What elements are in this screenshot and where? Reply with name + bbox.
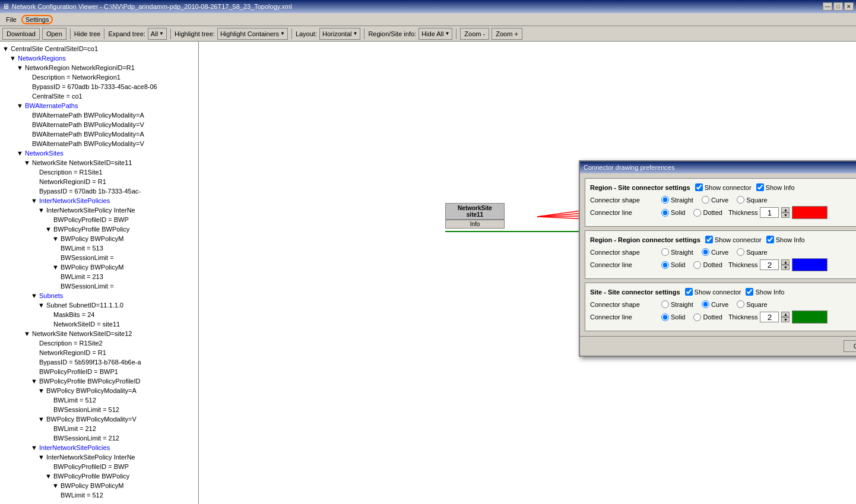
tree-expand-icon[interactable]: ▼	[31, 197, 39, 204]
show-connector-check-1[interactable]	[695, 183, 703, 191]
tree-expand-icon[interactable]: ▼	[17, 64, 25, 71]
tree-node[interactable]: CentralSite = co1	[2, 91, 196, 101]
tree-node[interactable]: BWLimit = 512	[2, 395, 196, 405]
tree-node[interactable]: BWSessionLimit =	[2, 281, 196, 291]
tree-expand-icon[interactable]: ▼	[17, 102, 25, 109]
tree-node[interactable]: BWAlternatePath BWPolicyModality=V	[2, 139, 196, 148]
spin-up-3[interactable]: ▲	[781, 312, 790, 317]
straight-radio-2[interactable]: Straight	[661, 248, 693, 256]
thickness-input-3[interactable]	[760, 312, 779, 322]
tree-node[interactable]: NetworkSiteID = site11	[2, 319, 196, 329]
tree-node[interactable]: BWSessionLimit = 512	[2, 405, 196, 414]
tree-node[interactable]: BWSessionLimit = 212	[2, 433, 196, 443]
tree-node[interactable]: BWAlternatePath BWPolicyModality=A	[2, 129, 196, 139]
curve-radio-3[interactable]: Curve	[702, 300, 728, 308]
tree-node[interactable]: BWAlternatePath BWPolicyModality=V	[2, 120, 196, 129]
show-info-check-3[interactable]	[746, 288, 753, 296]
tree-node[interactable]: BWPolicyProfileID = BWP	[2, 215, 196, 224]
tree-expand-icon[interactable]: ▼	[9, 55, 18, 62]
tree-node[interactable]: BWLimit = 213	[2, 272, 196, 281]
show-info-check-2[interactable]	[766, 236, 774, 243]
show-info-label-1[interactable]: Show Info	[756, 183, 795, 191]
straight-radio-3[interactable]: Straight	[661, 300, 693, 308]
spin-down-1[interactable]: ▼	[781, 213, 790, 218]
tree-node[interactable]: ▼ BWPolicyProfile BWPolicy	[2, 224, 196, 234]
tree-node[interactable]: NetworkRegionID = R1	[2, 348, 196, 357]
tree-node[interactable]: ▼ BWPolicyProfile BWPolicy	[2, 471, 196, 481]
straight-radio-1[interactable]: Straight	[661, 196, 693, 204]
solid-radio-3[interactable]: Solid	[661, 313, 685, 321]
tree-expand-icon[interactable]: ▼	[45, 226, 53, 233]
tree-node[interactable]: BypassID = 670adb 1b-7333-45ac-ace8-06	[2, 82, 196, 91]
curve-radio-2[interactable]: Curve	[702, 248, 728, 256]
spin-down-2[interactable]: ▼	[781, 265, 790, 270]
tree-expand-icon[interactable]: ▼	[52, 264, 61, 271]
tree-expand-icon[interactable]: ▼	[52, 235, 61, 242]
expand-tree-dropdown[interactable]: All	[148, 28, 167, 40]
maximize-button[interactable]: □	[833, 2, 843, 11]
tree-node[interactable]: Description = R1Site1	[2, 167, 196, 177]
tree-node[interactable]: ▼ InterNetworkSitePolicies	[2, 443, 196, 452]
show-info-label-3[interactable]: Show Info	[746, 288, 784, 296]
tree-expand-icon[interactable]: ▼	[31, 444, 39, 451]
curve-radio-1[interactable]: Curve	[702, 196, 728, 204]
tree-expand-icon[interactable]: ▼	[31, 292, 39, 299]
tree-expand-icon[interactable]: ▼	[38, 302, 46, 309]
tree-node[interactable]: ▼ Subnets	[2, 291, 196, 300]
download-button[interactable]: Download	[2, 28, 40, 40]
layout-dropdown[interactable]: Horizontal	[319, 28, 360, 40]
show-info-check-1[interactable]	[756, 183, 764, 191]
show-connector-label-1[interactable]: Show connector	[695, 183, 752, 191]
tree-node[interactable]: BypassID = 5b599f13-b768-4b6e-a	[2, 357, 196, 367]
tree-node[interactable]: BWSessionLimit =	[2, 253, 196, 262]
tree-node[interactable]: ▼ BWAlternatePaths	[2, 101, 196, 110]
color-btn-1[interactable]	[792, 206, 828, 219]
spin-up-2[interactable]: ▲	[781, 259, 790, 265]
tree-expand-icon[interactable]: ▼	[31, 378, 39, 385]
tree-node[interactable]: ▼ NetworkSite NetworkSiteID=site11	[2, 158, 196, 167]
dotted-radio-1[interactable]: Dotted	[693, 209, 722, 217]
zoom-plus-button[interactable]: Zoom +	[492, 28, 522, 40]
tree-node[interactable]: ▼ CentralSite CentralSiteID=co1	[2, 44, 196, 53]
tree-node[interactable]: ▼ InterNetworkSitePolicy InterNe	[2, 452, 196, 462]
tree-node[interactable]: ▼ BWPolicyProfile BWPolicyProfileID	[2, 376, 196, 386]
tree-node[interactable]: BWPolicyProfileID = BWP	[2, 462, 196, 471]
square-radio-2[interactable]: Square	[737, 248, 767, 256]
tree-node[interactable]: NetworkRegionID = R1	[2, 177, 196, 186]
menu-file[interactable]: File	[2, 15, 20, 24]
tree-node[interactable]: ▼ BWPolicy BWPolicyM	[2, 481, 196, 490]
tree-node[interactable]: ▼ BWPolicy BWPolicyM	[2, 234, 196, 243]
solid-radio-2[interactable]: Solid	[661, 261, 685, 269]
open-button[interactable]: Open	[42, 28, 66, 40]
tree-node[interactable]: Description = R1Site2	[2, 338, 196, 348]
tree-node[interactable]: ▼ InterNetworkSitePolicies	[2, 196, 196, 205]
tree-node[interactable]: Description = NetworkRegion1	[2, 72, 196, 82]
tree-node[interactable]: MaskBits = 24	[2, 310, 196, 319]
tree-expand-icon[interactable]: ▼	[52, 482, 61, 489]
cancel-button[interactable]: Cancel	[844, 340, 856, 352]
square-radio-1[interactable]: Square	[737, 196, 767, 204]
tree-node[interactable]: ▼ NetworkRegions	[2, 53, 196, 63]
tree-expand-icon[interactable]: ▼	[24, 330, 32, 337]
show-connector-check-2[interactable]	[705, 236, 713, 243]
tree-node[interactable]: ▼ BWPolicy BWPolicyModality=A	[2, 386, 196, 395]
tree-node[interactable]: BWAlternatePath BWPolicyModality=A	[2, 110, 196, 120]
region-dropdown[interactable]: Hide All	[419, 28, 452, 40]
tree-expand-icon[interactable]: ▼	[2, 45, 11, 52]
tree-node[interactable]: ▼ NetworkSite NetworkSiteID=site12	[2, 329, 196, 338]
zoom-minus-button[interactable]: Zoom -	[460, 28, 489, 40]
tree-expand-icon[interactable]: ▼	[38, 387, 46, 394]
tree-node[interactable]: ▼ BWPolicy BWPolicyModality=V	[2, 414, 196, 424]
square-radio-3[interactable]: Square	[737, 300, 767, 308]
tree-node[interactable]: ▼ NetworkSites	[2, 148, 196, 158]
tree-expand-icon[interactable]: ▼	[45, 473, 53, 480]
color-btn-3[interactable]	[792, 310, 828, 324]
tree-expand-icon[interactable]: ▼	[38, 416, 46, 423]
tree-node[interactable]: ▼ NetworkRegion NetworkRegionID=R1	[2, 63, 196, 72]
show-connector-label-2[interactable]: Show connector	[705, 236, 762, 243]
tree-expand-icon[interactable]: ▼	[24, 159, 32, 166]
tree-expand-icon[interactable]: ▼	[38, 207, 46, 214]
network-site-node[interactable]: NetworkSite site11 Info	[445, 203, 505, 229]
dotted-radio-2[interactable]: Dotted	[693, 261, 722, 269]
show-connector-label-3[interactable]: Show connector	[685, 288, 741, 296]
